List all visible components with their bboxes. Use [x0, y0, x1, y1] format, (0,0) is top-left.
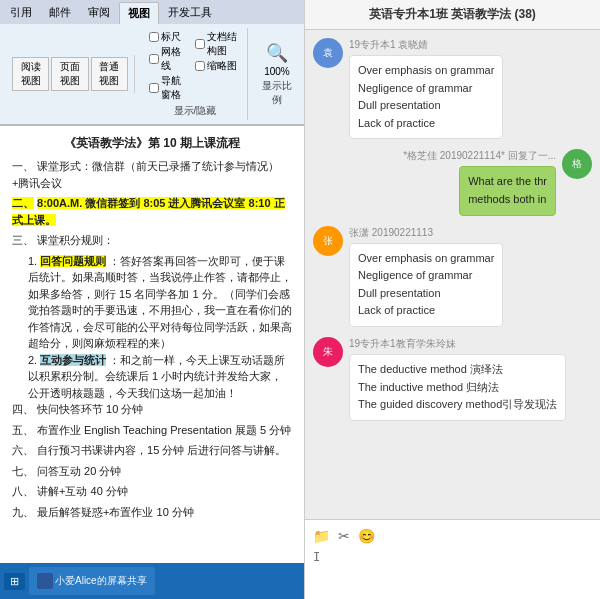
taskbar-item-label: 小爱Alice的屏幕共享 [55, 574, 147, 588]
section-text-2: 8:00A.M. 微信群签到 8:05 进入腾讯会议室 8:10 正式上课。 [12, 197, 285, 226]
normal-view-btn[interactable]: 普通视图 [91, 57, 128, 91]
msg-line-4-0: The deductive method 演绎法 [358, 363, 503, 375]
msg-line-4-2: The guided discovery method引导发现法 [358, 398, 557, 410]
more-section-3: 六、 自行预习书课讲内容，15 分钟 后进行问答与讲解。 [12, 442, 292, 459]
msg-line-2-1: methods both in [468, 193, 546, 205]
more-section-2: 五、 布置作业 English Teaching Presentation 展题… [12, 422, 292, 439]
gridlines-check[interactable] [149, 54, 159, 64]
msg-line-3-2: Dull presentation [358, 287, 441, 299]
chat-header: 英语专升本1班 英语教学法 (38) [305, 0, 600, 30]
msg-line-3-3: Lack of practice [358, 304, 435, 316]
more-num-1: 四、 [12, 403, 34, 415]
doc-item-2: 2. 互动参与统计 ：和之前一样，今天上课互动话题所以积累积分制。会统课后 1 … [28, 352, 292, 402]
msg-line-1-2: Dull presentation [358, 99, 441, 111]
checkboxes-col2: 文档结构图 缩略图 [195, 30, 241, 102]
item-num-1: 1. [28, 255, 37, 267]
section-num-2: 二、 [12, 197, 34, 209]
section-text-1: 课堂形式：微信群（前天已录播了统计参与情况）+腾讯会议 [12, 160, 279, 189]
tab-shenyue[interactable]: 审阅 [80, 2, 118, 24]
msg-content-4: 19专升本1教育学朱玲妹 The deductive method 演绎法 Th… [349, 337, 566, 421]
item-label-1: 回答问题规则 [40, 255, 106, 267]
chat-input[interactable] [313, 550, 592, 590]
msg-sender-1: 19专升本1 袁晓婧 [349, 38, 503, 52]
tab-yinyong[interactable]: 引用 [2, 2, 40, 24]
start-button[interactable]: ⊞ [4, 573, 25, 590]
ribbon-show-group: 标尺 网格线 导航窗格 文 [143, 28, 248, 120]
msg-line-2-0: What are the thr [468, 175, 547, 187]
section-num-3: 三、 [12, 234, 34, 246]
nav-check[interactable] [149, 83, 159, 93]
more-text-3: 自行预习书课讲内容，15 分钟 后进行问答与讲解。 [37, 444, 286, 456]
scissors-icon[interactable]: ✂ [338, 528, 350, 544]
show-group-label: 显示/隐藏 [174, 104, 217, 118]
zoom-icon: 🔍 [266, 42, 288, 64]
message-row-3: 张 张潇 20190221113 Over emphasis on gramma… [313, 226, 592, 327]
doc-section-3: 三、 课堂积分规则： [12, 232, 292, 249]
doc-section-2: 二、 8:00A.M. 微信群签到 8:05 进入腾讯会议室 8:10 正式上课… [12, 195, 292, 228]
more-num-2: 五、 [12, 424, 34, 436]
more-num-4: 七、 [12, 465, 34, 477]
msg-line-3-1: Negligence of grammar [358, 269, 472, 281]
message-row-2: 格 *格芝佳 20190221114* 回复了一... What are the… [313, 149, 592, 215]
doc-structure-check[interactable] [195, 39, 205, 49]
avatar-4: 朱 [313, 337, 343, 367]
msg-bubble-1: Over emphasis on grammar Negligence of g… [349, 55, 503, 139]
more-num-5: 八、 [12, 485, 34, 497]
taskbar-app-item[interactable]: 小爱Alice的屏幕共享 [29, 567, 155, 595]
checkboxes-col1: 标尺 网格线 导航窗格 [149, 30, 187, 102]
item-label-2: 互动参与统计 [40, 354, 106, 366]
msg-sender-2: *格芝佳 20190221114* 回复了一... [403, 149, 556, 163]
section-text-3: 课堂积分规则： [37, 234, 114, 246]
more-text-5: 讲解+互动 40 分钟 [37, 485, 128, 497]
thumbnail-checkbox[interactable]: 缩略图 [195, 59, 241, 73]
chat-toolbar: 📁 ✂ 😊 [313, 526, 592, 546]
msg-sender-3: 张潇 20190221113 [349, 226, 503, 240]
avatar-1: 袁 [313, 38, 343, 68]
more-text-1: 快问快答环节 10 分钟 [37, 403, 143, 415]
doc-structure-checkbox[interactable]: 文档结构图 [195, 30, 241, 58]
page-view-btn[interactable]: 页面视图 [51, 57, 88, 91]
read-view-btn[interactable]: 阅读视图 [12, 57, 49, 91]
chat-input-area: 📁 ✂ 😊 [305, 519, 600, 599]
msg-line-1-1: Negligence of grammar [358, 82, 472, 94]
left-panel: 引用 邮件 审阅 视图 开发工具 阅读视图 页面视图 普通视图 [0, 0, 305, 599]
msg-line-3-0: Over emphasis on grammar [358, 252, 494, 264]
msg-bubble-4: The deductive method 演绎法 The inductive m… [349, 354, 566, 421]
more-num-3: 六、 [12, 444, 34, 456]
folder-icon[interactable]: 📁 [313, 528, 330, 544]
doc-title: 《英语教学法》第 10 期上课流程 [12, 134, 292, 152]
msg-bubble-3: Over emphasis on grammar Negligence of g… [349, 243, 503, 327]
thumbnail-check[interactable] [195, 61, 205, 71]
tab-kaifa[interactable]: 开发工具 [160, 2, 220, 24]
msg-line-1-3: Lack of practice [358, 117, 435, 129]
more-text-2: 布置作业 English Teaching Presentation 展题 5 … [37, 424, 291, 436]
ruler-check[interactable] [149, 32, 159, 42]
more-section-1: 四、 快问快答环节 10 分钟 [12, 401, 292, 418]
more-num-6: 九、 [12, 506, 34, 518]
msg-line-4-1: The inductive method 归纳法 [358, 381, 499, 393]
section-num-1: 一、 [12, 160, 34, 172]
view-buttons: 阅读视图 页面视图 普通视图 [12, 57, 128, 91]
doc-section-1: 一、 课堂形式：微信群（前天已录播了统计参与情况）+腾讯会议 [12, 158, 292, 191]
avatar-2: 格 [562, 149, 592, 179]
zoom-value: 100% [264, 66, 290, 77]
item-num-2: 2. [28, 354, 37, 366]
tab-shitu[interactable]: 视图 [119, 2, 159, 24]
msg-bubble-2: What are the thr methods both in [459, 166, 556, 215]
ribbon: 引用 邮件 审阅 视图 开发工具 阅读视图 页面视图 普通视图 [0, 0, 304, 126]
msg-content-1: 19专升本1 袁晓婧 Over emphasis on grammar Negl… [349, 38, 503, 139]
gridlines-checkbox[interactable]: 网格线 [149, 45, 187, 73]
nav-checkbox[interactable]: 导航窗格 [149, 74, 187, 102]
message-row-1: 袁 19专升本1 袁晓婧 Over emphasis on grammar Ne… [313, 38, 592, 139]
more-section-5: 八、 讲解+互动 40 分钟 [12, 483, 292, 500]
ruler-checkbox[interactable]: 标尺 [149, 30, 187, 44]
chat-messages: 袁 19专升本1 袁晓婧 Over emphasis on grammar Ne… [305, 30, 600, 519]
msg-sender-4: 19专升本1教育学朱玲妹 [349, 337, 566, 351]
more-text-6: 最后解答疑惑+布置作业 10 分钟 [37, 506, 194, 518]
more-text-4: 问答互动 20 分钟 [37, 465, 121, 477]
tab-youjian[interactable]: 邮件 [41, 2, 79, 24]
emoji-icon[interactable]: 😊 [358, 528, 375, 544]
msg-content-3: 张潇 20190221113 Over emphasis on grammar … [349, 226, 503, 327]
msg-content-2: *格芝佳 20190221114* 回复了一... What are the t… [403, 149, 556, 215]
word-icon [37, 573, 53, 589]
